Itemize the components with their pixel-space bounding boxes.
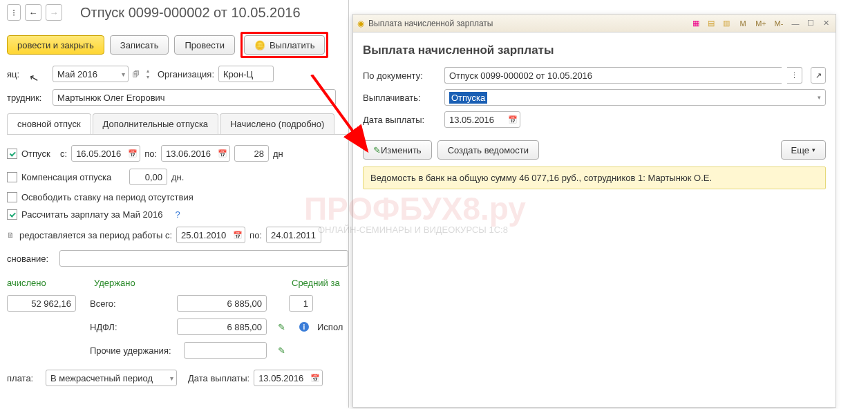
statement-info-banner: Ведомость в банк на общую сумму 46 077,1… [363, 167, 826, 189]
period-from-input[interactable]: 25.01.2010📅 [176, 227, 245, 243]
org-input[interactable]: Крон-Ц [218, 66, 274, 82]
month-hint-icon: 🗐 [133, 70, 142, 78]
from-label: с: [60, 149, 67, 159]
payment-window: ◉ Выплата начисленной зарплаты ▦ ▤ ▥ M M… [352, 14, 836, 408]
date-to-input[interactable]: 13.06.2016📅 [161, 145, 230, 162]
total-value[interactable]: 6 885,00 [177, 295, 267, 312]
calendar-icon: 📅 [508, 115, 518, 124]
calendar-icon: 📅 [233, 231, 243, 240]
period-to-input[interactable]: 24.01.2011 [266, 227, 321, 243]
month-select[interactable]: Май 2016 [53, 66, 129, 82]
used-label: Испол [317, 322, 343, 332]
info-icon[interactable]: i [299, 322, 309, 332]
calc-salary-label: Рассчитать зарплату за Май 2016 [21, 209, 162, 220]
calendar-icon: 📅 [218, 149, 227, 158]
nav-star-button[interactable]: ⁝ [7, 4, 21, 21]
tab-additional-vacation[interactable]: Дополнительные отпуска [93, 113, 219, 134]
pay-button-highlight: 🪙 Выплатить [240, 32, 329, 58]
minimize-icon[interactable]: — [790, 18, 801, 29]
basis-input[interactable] [59, 250, 348, 267]
days-input[interactable]: 28 [234, 145, 269, 162]
edit-pencil-icon[interactable]: ✎ [278, 345, 285, 356]
nav-forward-button[interactable]: → [46, 4, 62, 21]
edit-pencil-icon[interactable]: ✎ [278, 322, 285, 332]
free-rate-label: Освободить ставку на период отсутствия [21, 192, 194, 202]
tb-icon-cal[interactable]: ▥ [721, 18, 732, 29]
average-heading: Средний за [292, 278, 340, 288]
help-link[interactable]: ? [175, 209, 180, 220]
free-rate-checkbox[interactable] [7, 192, 17, 202]
window-title: Выплата начисленной зарплаты [363, 44, 826, 57]
payment-date-label: Дата выплаты: [363, 115, 439, 125]
pay-type-value: Отпуска [449, 92, 487, 104]
tb-icon-1[interactable]: ▦ [690, 18, 701, 29]
mem-m-button[interactable]: M [736, 19, 750, 28]
doc-input[interactable]: Отпуск 0099-000002 от 10.05.2016 [444, 67, 782, 84]
app-icon: ◉ [357, 19, 364, 28]
coins-icon: 🪙 [254, 40, 265, 50]
ndfl-value[interactable]: 6 885,00 [177, 318, 267, 335]
pay-type-select[interactable]: Отпуска ▾ [444, 89, 826, 106]
one-value[interactable]: 1 [289, 295, 313, 312]
tb-icon-calc[interactable]: ▤ [706, 18, 717, 29]
calendar-icon: 📅 [310, 374, 320, 383]
create-statements-button[interactable]: Создать ведомости [437, 140, 539, 160]
other-deductions-label: Прочие удержания: [90, 345, 180, 356]
other-deductions-value[interactable] [184, 342, 267, 359]
payment-date-input[interactable]: 13.05.2016📅 [444, 111, 520, 128]
withheld-heading: Удержано [94, 278, 287, 288]
employee-input[interactable]: Мартынюк Олег Егорович [53, 89, 336, 106]
more-button[interactable]: Еще▾ [781, 140, 826, 160]
pencil-icon: ✎ [373, 145, 381, 155]
payment-date-input[interactable]: 13.05.2016📅 [254, 370, 323, 386]
payment-period-select[interactable]: В межрасчетный период [46, 370, 177, 386]
accrued-value[interactable]: 52 962,16 [7, 295, 76, 312]
date-from-input[interactable]: 16.05.2016📅 [71, 145, 140, 162]
maximize-icon[interactable]: ☐ [805, 18, 816, 29]
doc-dots-icon[interactable]: ⋮ [787, 67, 802, 84]
compensation-suffix: дн. [171, 172, 184, 182]
window-title-small: Выплата начисленной зарплаты [368, 19, 686, 28]
post-and-close-button[interactable]: ровести и закрыть [7, 35, 104, 55]
mem-mminus-button[interactable]: M- [772, 19, 786, 28]
employee-label: трудник: [7, 93, 48, 103]
total-label: Всего: [90, 298, 131, 309]
mem-mplus-button[interactable]: M+ [754, 19, 768, 28]
ndfl-label: НДФЛ: [90, 322, 131, 332]
basis-label: снование: [7, 254, 55, 264]
calendar-icon: 📅 [128, 149, 138, 158]
pay-type-label: Выплачивать: [363, 93, 439, 103]
calc-salary-checkbox[interactable] [7, 209, 17, 220]
compensation-label: Компенсация отпуска [21, 172, 125, 182]
compensation-checkbox[interactable] [7, 172, 17, 182]
tabs: сновной отпуск Дополнительные отпуска На… [7, 113, 348, 135]
open-link-icon[interactable]: ↗ [811, 67, 826, 84]
edit-button[interactable]: ✎ Изменить [363, 140, 432, 160]
close-icon[interactable]: ✕ [820, 18, 831, 29]
payment-date-label: Дата выплаты: [188, 373, 249, 383]
write-button[interactable]: Записать [110, 35, 169, 55]
nav-back-button[interactable]: ← [25, 4, 41, 21]
days-suffix: дн [273, 149, 283, 159]
org-label: Организация: [158, 69, 214, 79]
vacation-checkbox[interactable] [7, 149, 17, 159]
accrued-heading: ачислено [7, 278, 90, 288]
vacation-label: Отпуск [21, 149, 56, 159]
tab-calculated-detail[interactable]: Начислено (подробно) [220, 113, 334, 134]
compensation-input[interactable]: 0,00 [129, 169, 167, 185]
tab-main-vacation[interactable]: сновной отпуск [7, 113, 91, 134]
period-label: редоставляется за период работы с: [19, 230, 172, 240]
payment-label: плата: [7, 373, 41, 383]
vacation-document-form: ⁝ ← → Отпуск 0099-000002 от 10.05.2016 р… [0, 0, 349, 408]
titlebar: ◉ Выплата начисленной зарплаты ▦ ▤ ▥ M M… [353, 15, 836, 32]
doc-label: По документу: [363, 70, 439, 81]
pay-button[interactable]: 🪙 Выплатить [244, 35, 326, 55]
doc-icon: 🗎 [7, 231, 15, 239]
period-to-label: по: [249, 230, 262, 240]
document-title: Отпуск 0099-000002 от 10.05.2016 [80, 5, 301, 21]
month-label: яц: [7, 69, 48, 79]
post-button[interactable]: Провести [174, 35, 235, 55]
to-label: по: [144, 149, 157, 159]
